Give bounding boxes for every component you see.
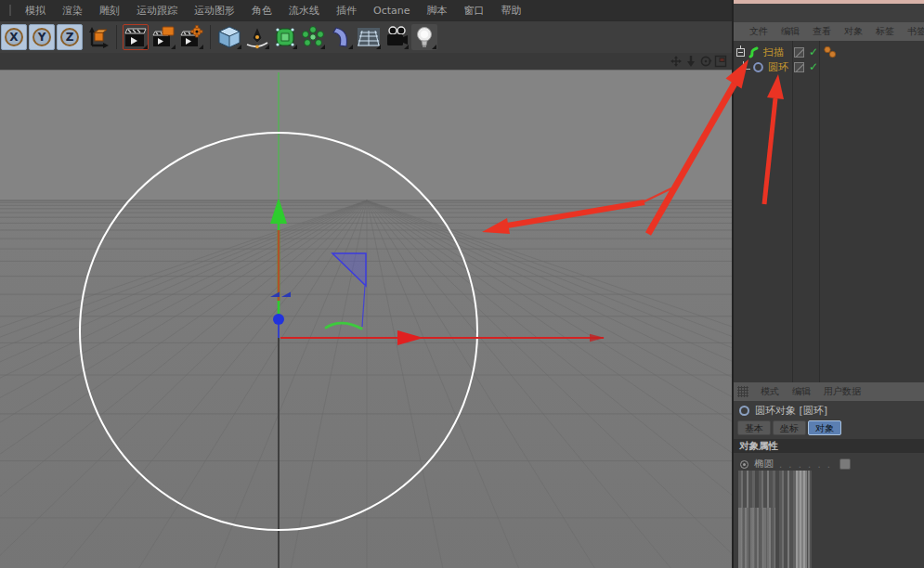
viewport-canvas[interactable]	[0, 70, 732, 568]
zoom-icon[interactable]	[683, 54, 698, 68]
enable-check-icon[interactable]: ✓	[809, 46, 818, 58]
coordinate-system-icon[interactable]	[85, 24, 111, 50]
toolbar-separator	[116, 25, 117, 49]
main-toolbar: X Y Z	[0, 20, 734, 53]
toggle-view-icon[interactable]	[713, 54, 728, 68]
keyframe-ring-icon[interactable]	[740, 460, 748, 469]
menu-octane[interactable]: Octane	[365, 5, 419, 17]
pan-icon[interactable]	[669, 54, 683, 68]
top-pink-strip	[734, 0, 924, 4]
panel-grip-icon[interactable]	[737, 386, 748, 397]
am-menu-mode[interactable]: 模式	[754, 385, 786, 398]
object-row-sweep[interactable]: 扫描	[734, 45, 784, 59]
am-menu-edit[interactable]: 编辑	[786, 385, 817, 398]
attribute-title-row: 圆环对象 [圆环]	[734, 402, 924, 419]
deformer-icon[interactable]	[328, 24, 354, 50]
spline-pen-icon[interactable]	[244, 24, 270, 50]
application-window: 模拟 渲染 雕刻 运动跟踪 运动图形 角色 流水线 插件 Octane 脚本 窗…	[0, 0, 924, 568]
rotate-icon[interactable]	[698, 54, 713, 68]
tab-object[interactable]: 对象	[808, 420, 841, 435]
viewport-header-bar	[0, 53, 732, 70]
attribute-manager-menubar: 模式 编辑 用户数据	[734, 382, 924, 401]
om-menu-file[interactable]: 文件	[743, 25, 774, 38]
camera-icon[interactable]	[384, 24, 410, 50]
main-menu-bar: 模拟 渲染 雕刻 运动跟踪 运动图形 角色 流水线 插件 Octane 脚本 窗…	[0, 0, 734, 20]
light-icon[interactable]	[411, 24, 437, 50]
lock-y-axis-button[interactable]: Y	[29, 24, 55, 50]
menu-window[interactable]: 窗口	[456, 4, 493, 18]
layer-color-toggle[interactable]	[794, 62, 804, 72]
expand-collapse-icon[interactable]	[736, 48, 745, 57]
object-row-circle[interactable]: 圆环	[734, 59, 788, 74]
lock-z-axis-button[interactable]: Z	[57, 24, 83, 50]
menu-simulate[interactable]: 模拟	[17, 4, 54, 18]
object-label[interactable]: 扫描	[763, 45, 784, 59]
render-view-icon[interactable]	[123, 24, 149, 50]
menu-sculpt[interactable]: 雕刻	[91, 4, 128, 18]
menu-help[interactable]: 帮助	[493, 4, 530, 18]
floor-sky-icon[interactable]	[356, 24, 382, 50]
tab-basic[interactable]: 基本	[737, 420, 771, 435]
menu-character[interactable]: 角色	[243, 4, 280, 18]
dotted-leader: . . . . . .	[779, 459, 832, 470]
om-menu-objects[interactable]: 对象	[838, 25, 869, 38]
object-manager-menubar: 文件 编辑 查看 对象 标签 书签	[734, 22, 924, 41]
subdivision-surface-icon[interactable]	[272, 24, 298, 50]
circle-object-icon	[739, 406, 749, 416]
object-manager-panel: 文件 编辑 查看 对象 标签 书签 扫描 ✓	[734, 22, 924, 382]
ellipse-checkbox[interactable]	[839, 458, 851, 470]
om-menu-edit[interactable]: 编辑	[774, 25, 806, 38]
attribute-object-title: 圆环对象 [圆环]	[755, 404, 827, 418]
property-label: 椭圆	[754, 458, 774, 471]
om-menu-tags[interactable]: 标签	[869, 25, 901, 38]
3d-viewport[interactable]	[0, 53, 732, 568]
lock-x-axis-button[interactable]: X	[1, 24, 27, 50]
menu-pipeline[interactable]: 流水线	[280, 4, 328, 18]
sky-area	[0, 71, 732, 200]
menu-script[interactable]: 脚本	[419, 4, 456, 18]
attribute-manager-panel: 模式 编辑 用户数据 圆环对象 [圆环] 基本 坐标 对象 对象属性 椭圆 . …	[734, 382, 924, 568]
om-menu-bookmarks[interactable]: 书签	[901, 25, 924, 38]
toolbar-separator	[210, 25, 211, 49]
sweep-object-icon	[747, 45, 760, 58]
circle-spline-icon	[752, 61, 764, 73]
menu-render[interactable]: 渲染	[54, 4, 91, 18]
property-row-ellipse: 椭圆 . . . . . .	[734, 457, 924, 471]
object-properties-section-header: 对象属性	[734, 439, 924, 453]
mograph-cloner-icon[interactable]	[300, 24, 326, 50]
om-column-separator	[819, 41, 820, 382]
render-settings-icon[interactable]	[178, 24, 204, 50]
tree-branch-line	[743, 61, 750, 70]
z-axis-handle[interactable]	[273, 314, 284, 325]
am-menu-userdata[interactable]: 用户数据	[817, 385, 867, 398]
om-menu-view[interactable]: 查看	[806, 25, 838, 38]
object-label[interactable]: 圆环	[768, 60, 788, 74]
orange-tag-icon[interactable]	[823, 45, 838, 58]
om-column-separator	[792, 41, 793, 382]
attribute-tabs: 基本 坐标 对象	[737, 420, 843, 435]
tab-coordinates[interactable]: 坐标	[773, 420, 806, 435]
glitched-panel-area	[738, 471, 812, 568]
enable-check-icon[interactable]: ✓	[809, 61, 818, 72]
menu-motion-tracking[interactable]: 运动跟踪	[128, 4, 186, 18]
menu-plugins[interactable]: 插件	[328, 4, 365, 18]
object-toggles-circle: ✓	[794, 59, 818, 74]
object-toggles-sweep: ✓	[794, 45, 838, 59]
menu-mograph[interactable]: 运动图形	[186, 4, 243, 18]
render-picture-viewer-icon[interactable]	[150, 24, 176, 50]
right-panel-top-area	[734, 0, 924, 22]
layer-color-toggle[interactable]	[794, 47, 804, 58]
cube-primitive-icon[interactable]	[216, 24, 242, 50]
menu-edge-fragment	[9, 5, 11, 16]
